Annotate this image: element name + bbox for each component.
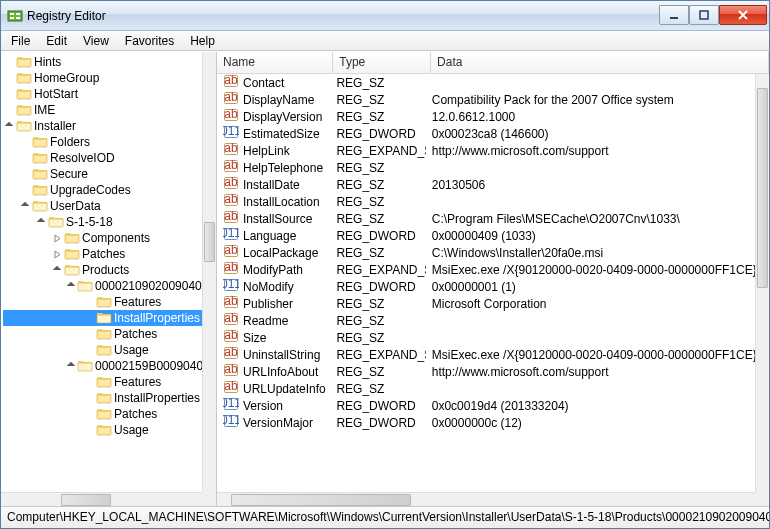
value-row[interactable]: 011 Version REG_DWORD 0x0c0019d4 (201333… [217,397,755,414]
tree-node-label: 00002109020090400000000000F01FEC [95,279,202,293]
tree-node[interactable]: 00002109020090400000000000F01FEC [3,278,202,294]
value-row[interactable]: ab Publisher REG_SZ Microsoft Corporatio… [217,295,755,312]
menu-view[interactable]: View [75,32,117,50]
svg-rect-2 [16,13,20,15]
tree-node[interactable]: Hints [3,54,202,70]
menu-favorites[interactable]: Favorites [117,32,182,50]
list-vertical-scrollbar[interactable] [755,74,769,492]
expand-toggle-icon[interactable] [51,232,63,244]
folder-icon [32,150,50,167]
value-data: 0x00000001 (1) [432,280,516,294]
tree-node[interactable]: Products [3,262,202,278]
value-type: REG_SZ [336,76,384,90]
folder-icon [96,390,114,407]
value-row[interactable]: ab InstallLocation REG_SZ [217,193,755,210]
value-name: Publisher [243,297,293,311]
expand-toggle-icon[interactable] [35,216,47,228]
svg-text:ab: ab [224,90,238,104]
column-header-name[interactable]: Name [217,52,333,73]
minimize-button[interactable] [659,5,689,25]
value-row[interactable]: 011 NoModify REG_DWORD 0x00000001 (1) [217,278,755,295]
value-type: REG_EXPAND_SZ [336,263,425,277]
tree-node[interactable]: Features [3,294,202,310]
svg-text:ab: ab [224,107,238,121]
value-row[interactable]: ab ModifyPath REG_EXPAND_SZ MsiExec.exe … [217,261,755,278]
menu-edit[interactable]: Edit [38,32,75,50]
tree-node-label: InstallProperties [114,391,200,405]
value-row[interactable]: ab UninstallString REG_EXPAND_SZ MsiExec… [217,346,755,363]
expand-toggle-icon[interactable] [19,200,31,212]
value-row[interactable]: ab HelpLink REG_EXPAND_SZ http://www.mic… [217,142,755,159]
folder-icon [32,198,50,215]
column-header-type[interactable]: Type [333,52,431,73]
tree-node[interactable]: UserData [3,198,202,214]
menu-help[interactable]: Help [182,32,223,50]
svg-text:011: 011 [223,396,239,410]
expand-toggle-icon[interactable] [3,120,15,132]
folder-icon [48,214,66,231]
value-row[interactable]: ab URLUpdateInfo REG_SZ [217,380,755,397]
values-list[interactable]: ab Contact REG_SZ ab DisplayName REG_SZ … [217,74,755,492]
value-row[interactable]: ab Contact REG_SZ [217,74,755,91]
value-row[interactable]: ab Readme REG_SZ [217,312,755,329]
expand-toggle-icon[interactable] [67,280,76,292]
svg-text:011: 011 [223,277,239,291]
value-data: 0x00000409 (1033) [432,229,536,243]
tree-vertical-scrollbar[interactable] [202,52,216,492]
tree-node[interactable]: Patches [3,326,202,342]
tree-node-label: Patches [114,407,157,421]
tree-node[interactable]: Patches [3,246,202,262]
tree-node[interactable]: Features [3,374,202,390]
folder-icon [96,294,114,311]
tree-node-label: Folders [50,135,90,149]
value-row[interactable]: ab URLInfoAbout REG_SZ http://www.micros… [217,363,755,380]
tree-node[interactable]: HomeGroup [3,70,202,86]
expand-toggle-icon[interactable] [51,248,63,260]
tree-node[interactable]: UpgradeCodes [3,182,202,198]
tree-node[interactable]: HotStart [3,86,202,102]
value-row[interactable]: ab HelpTelephone REG_SZ [217,159,755,176]
value-name: Version [243,399,283,413]
tree-node[interactable]: ResolveIOD [3,150,202,166]
column-header-data[interactable]: Data [431,52,769,73]
tree-node[interactable]: Usage [3,422,202,438]
close-button[interactable] [719,5,767,25]
tree-node[interactable]: InstallProperties [3,390,202,406]
expand-toggle-icon[interactable] [51,264,63,276]
value-data: 0x00023ca8 (146600) [432,127,549,141]
value-name: DisplayVersion [243,110,322,124]
value-row[interactable]: ab DisplayName REG_SZ Compatibility Pack… [217,91,755,108]
maximize-button[interactable] [689,5,719,25]
registry-tree[interactable]: Hints HomeGroup HotStart IME Installer F… [1,52,202,492]
value-name: URLInfoAbout [243,365,318,379]
titlebar[interactable]: Registry Editor [1,1,769,31]
list-horizontal-scrollbar[interactable] [217,492,755,506]
tree-node[interactable]: Components [3,230,202,246]
tree-node[interactable]: 00002159B00090400000000000F01FEC [3,358,202,374]
value-row[interactable]: 011 EstimatedSize REG_DWORD 0x00023ca8 (… [217,125,755,142]
tree-horizontal-scrollbar[interactable] [1,492,202,506]
folder-icon [64,230,82,247]
tree-node[interactable]: Folders [3,134,202,150]
tree-node[interactable]: S-1-5-18 [3,214,202,230]
value-type: REG_SZ [336,314,384,328]
tree-node-label: HomeGroup [34,71,99,85]
binary-value-icon: 011 [223,413,243,432]
value-row[interactable]: 011 Language REG_DWORD 0x00000409 (1033) [217,227,755,244]
value-row[interactable]: ab LocalPackage REG_SZ C:\Windows\Instal… [217,244,755,261]
value-row[interactable]: ab DisplayVersion REG_SZ 12.0.6612.1000 [217,108,755,125]
value-row[interactable]: ab Size REG_SZ [217,329,755,346]
tree-node[interactable]: Installer [3,118,202,134]
expand-toggle-icon[interactable] [67,360,76,372]
tree-node[interactable]: InstallProperties [3,310,202,326]
tree-node[interactable]: Secure [3,166,202,182]
tree-node[interactable]: IME [3,102,202,118]
value-data: C:\Program Files\MSECache\O2007Cnv\1033\ [432,212,680,226]
value-row[interactable]: ab InstallDate REG_SZ 20130506 [217,176,755,193]
value-row[interactable]: ab InstallSource REG_SZ C:\Program Files… [217,210,755,227]
tree-node[interactable]: Patches [3,406,202,422]
tree-node[interactable]: Usage [3,342,202,358]
menu-file[interactable]: File [3,32,38,50]
value-name: Contact [243,76,284,90]
value-row[interactable]: 011 VersionMajor REG_DWORD 0x0000000c (1… [217,414,755,431]
